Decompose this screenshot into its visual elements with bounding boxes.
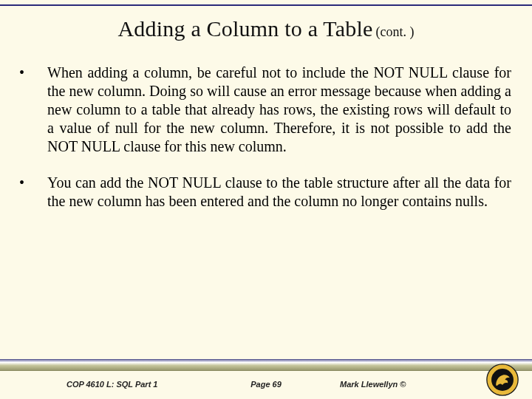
list-item: • You can add the NOT NULL clause to the…: [18, 174, 511, 211]
bullet-marker: •: [18, 64, 47, 82]
bullet-text: You can add the NOT NULL clause to the t…: [47, 174, 511, 211]
slide-content: • When adding a column, be careful not t…: [18, 64, 511, 228]
bullet-text: When adding a column, be careful not to …: [47, 64, 511, 156]
footer-bar: COP 4610 L: SQL Part 1 Page 69 Mark Llew…: [0, 359, 532, 399]
pegasus-seal-icon: [486, 364, 519, 396]
footer-center: Page 69: [0, 380, 532, 389]
title-main: Adding a Column to a Table: [118, 16, 373, 41]
top-divider: [0, 4, 532, 6]
slide-title: Adding a Column to a Table (cont. ): [0, 16, 532, 41]
list-item: • When adding a column, be careful not t…: [18, 64, 511, 156]
footer-right: Mark Llewellyn ©: [340, 380, 406, 389]
title-suffix: (cont. ): [376, 24, 415, 39]
bullet-marker: •: [18, 174, 47, 192]
